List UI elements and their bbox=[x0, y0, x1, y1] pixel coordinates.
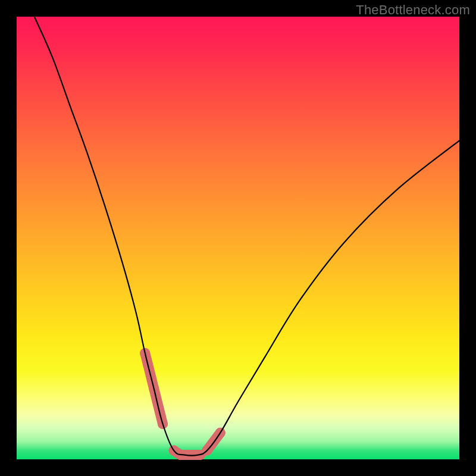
bottleneck-curve-path bbox=[35, 17, 459, 456]
plot-area bbox=[17, 17, 459, 459]
chart-frame: TheBottleneck.com bbox=[0, 0, 476, 476]
chart-svg bbox=[17, 17, 459, 459]
watermark-text: TheBottleneck.com bbox=[356, 2, 470, 18]
